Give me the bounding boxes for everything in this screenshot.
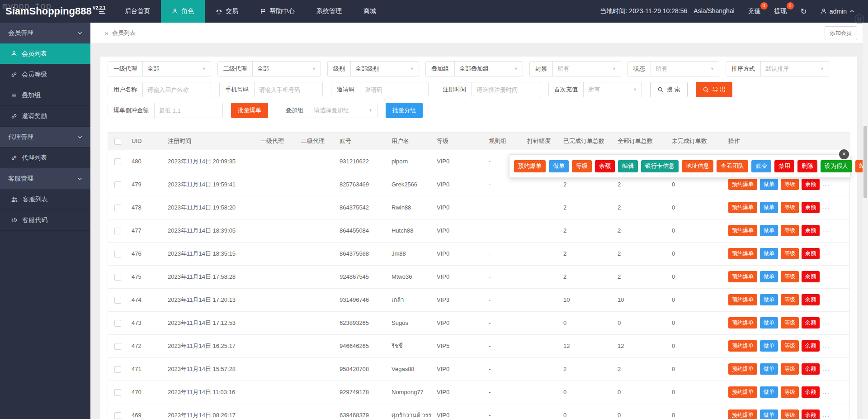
row-action-等级[interactable]: 等级	[781, 225, 799, 236]
sidebar-group-客服管理[interactable]: 客服管理	[0, 168, 90, 189]
more-actions-button[interactable]: ...	[822, 342, 830, 349]
row-action-预约爆单[interactable]: 预约爆单	[728, 248, 757, 259]
sidebar-item-邀请奖励[interactable]: 邀请奖励	[0, 106, 90, 127]
row-action-等级[interactable]: 等级	[781, 340, 799, 352]
row-action-等级[interactable]: 等级	[781, 317, 799, 329]
popup-action-地址信息[interactable]: 地址信息	[682, 160, 713, 172]
nav-item-帮助中心[interactable]: 帮助中心	[249, 0, 306, 23]
vertical-scrollbar[interactable]	[863, 23, 868, 419]
hamburger-icon[interactable]	[90, 0, 114, 23]
popup-action-余额[interactable]: 余额	[595, 160, 615, 172]
burst-amount-input[interactable]	[155, 103, 222, 118]
sidebar-item-客服代码[interactable]: 客服代码	[0, 210, 90, 231]
row-checkbox[interactable]	[114, 412, 121, 419]
filter-select-级别[interactable]: 全部级别▼	[351, 62, 419, 76]
sidebar-item-会员列表[interactable]: 会员列表	[0, 43, 90, 64]
row-action-做单[interactable]: 做单	[760, 271, 778, 282]
row-action-余额[interactable]: 余额	[802, 225, 820, 236]
batch-burst-button[interactable]: 批量爆单	[231, 103, 268, 118]
row-action-预约爆单[interactable]: 预约爆单	[728, 409, 757, 419]
more-actions-button[interactable]: ...	[822, 273, 830, 280]
search-button[interactable]: 搜 索	[650, 82, 688, 97]
row-action-等级[interactable]: 等级	[781, 248, 799, 259]
row-action-做单[interactable]: 做单	[760, 294, 778, 305]
row-action-预约爆单[interactable]: 预约爆单	[728, 225, 757, 236]
refresh-icon[interactable]: ↻	[801, 7, 807, 16]
sidebar-group-会员管理[interactable]: 会员管理	[0, 23, 90, 43]
row-action-余额[interactable]: 余额	[802, 271, 820, 282]
row-checkbox[interactable]	[114, 205, 121, 211]
filter-select-一级代理[interactable]: 全部▼	[143, 62, 211, 76]
filter-input-手机号码[interactable]	[255, 82, 322, 97]
close-icon[interactable]: ×	[839, 149, 849, 159]
first-recharge-select[interactable]: 所有 ▼	[584, 82, 642, 97]
row-action-预约爆单[interactable]: 预约爆单	[728, 317, 757, 329]
more-actions-button[interactable]: ...	[822, 319, 830, 326]
popup-action-做单[interactable]: 做单	[549, 160, 569, 172]
row-checkbox[interactable]	[114, 158, 121, 165]
row-action-预约爆单[interactable]: 预约爆单	[728, 363, 757, 375]
row-action-余额[interactable]: 余额	[802, 363, 820, 375]
filter-select-叠加组[interactable]: 全部叠加组▼	[455, 62, 523, 76]
popup-action-查看团队[interactable]: 查看团队	[717, 160, 748, 172]
popup-action-预约爆单[interactable]: 预约爆单	[514, 160, 546, 172]
row-action-做单[interactable]: 做单	[760, 340, 778, 352]
nav-item-角色[interactable]: 角色	[161, 0, 205, 23]
row-action-预约爆单[interactable]: 预约爆单	[728, 294, 757, 305]
row-action-等级[interactable]: 等级	[781, 179, 799, 190]
sidebar-item-会员等级[interactable]: 会员等级	[0, 64, 90, 85]
filter-input-邀请码[interactable]	[360, 82, 428, 97]
recharge-link[interactable]: 充值 0	[748, 7, 761, 15]
row-action-等级[interactable]: 等级	[781, 409, 799, 419]
filter-select-封禁[interactable]: 所有▼	[553, 62, 621, 76]
row-action-等级[interactable]: 等级	[781, 202, 799, 213]
row-action-等级[interactable]: 等级	[781, 363, 799, 375]
row-action-做单[interactable]: 做单	[760, 179, 778, 190]
row-checkbox[interactable]	[114, 251, 121, 257]
popup-action-银行卡信息[interactable]: 银行卡信息	[641, 160, 679, 172]
row-action-余额[interactable]: 余额	[802, 340, 820, 352]
nav-item-商城[interactable]: 商城	[353, 0, 387, 23]
filter-select-二级代理[interactable]: 全部▼	[253, 62, 321, 76]
row-action-预约爆单[interactable]: 预约爆单	[728, 271, 757, 282]
row-action-预约爆单[interactable]: 预约爆单	[728, 202, 757, 213]
more-actions-button[interactable]: ...	[822, 204, 830, 210]
sidebar-item-客服列表[interactable]: 客服列表	[0, 189, 90, 210]
row-action-做单[interactable]: 做单	[760, 409, 778, 419]
filter-input-注册时间[interactable]	[472, 82, 540, 97]
row-checkbox[interactable]	[114, 228, 121, 234]
batch-group-button[interactable]: 批量分组	[386, 103, 423, 118]
row-action-余额[interactable]: 余额	[802, 248, 820, 259]
row-checkbox[interactable]	[114, 297, 121, 304]
row-checkbox[interactable]	[114, 181, 121, 188]
popup-action-禁用[interactable]: 禁用	[774, 160, 794, 172]
row-checkbox[interactable]	[114, 320, 121, 327]
nav-item-交易[interactable]: 交易	[205, 0, 249, 23]
popup-action-账变[interactable]: 账变	[751, 160, 771, 172]
more-actions-button[interactable]: ...	[822, 227, 830, 233]
row-action-余额[interactable]: 余额	[802, 386, 820, 398]
more-actions-button[interactable]: ...	[822, 296, 830, 303]
popup-action-设为假人[interactable]: 设为假人	[821, 160, 852, 172]
row-action-做单[interactable]: 做单	[760, 317, 778, 329]
popup-action-等级[interactable]: 等级	[572, 160, 592, 172]
row-action-做单[interactable]: 做单	[760, 248, 778, 259]
more-actions-button[interactable]: ...	[822, 388, 830, 395]
sidebar-group-代理管理[interactable]: 代理管理	[0, 127, 90, 148]
row-checkbox[interactable]	[114, 343, 121, 350]
batch-group-select[interactable]: 请选择叠加组 ▼	[309, 103, 377, 118]
more-actions-button[interactable]: ...	[822, 365, 830, 372]
nav-item-后台首页[interactable]: 后台首页	[114, 0, 161, 23]
more-actions-button[interactable]: ...	[822, 411, 830, 418]
row-action-预约爆单[interactable]: 预约爆单	[728, 340, 757, 352]
row-checkbox[interactable]	[114, 366, 121, 373]
row-action-等级[interactable]: 等级	[781, 271, 799, 282]
nav-item-系统管理[interactable]: 系统管理	[306, 0, 353, 23]
row-checkbox[interactable]	[114, 389, 121, 396]
row-action-等级[interactable]: 等级	[781, 294, 799, 305]
add-member-button[interactable]: 添加会员	[825, 26, 857, 40]
row-action-余额[interactable]: 余额	[802, 317, 820, 329]
filter-select-排序方式[interactable]: 默认排序▼	[761, 62, 829, 76]
row-action-做单[interactable]: 做单	[760, 202, 778, 213]
popup-action-编辑[interactable]: 编辑	[618, 160, 638, 172]
